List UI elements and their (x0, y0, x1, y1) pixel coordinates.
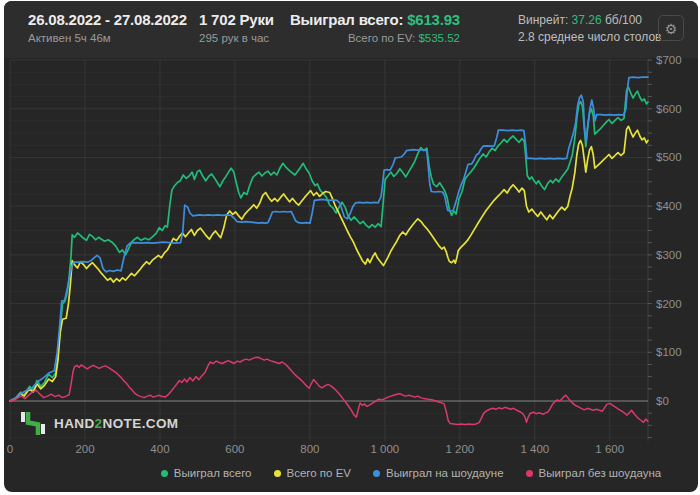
won-total-value: $613.93 (407, 11, 460, 28)
won-total-line: Выиграл всего: $613.93 (244, 11, 460, 28)
logo-part1: HAND (54, 416, 95, 431)
ev-value: $535.52 (418, 32, 460, 44)
hand2note-logo-icon (20, 409, 46, 437)
legend-item-1[interactable]: Всего по EV (274, 467, 352, 479)
graph-card: 26.08.2022 - 27.08.2022 Активен 5ч 46м 1… (4, 1, 698, 492)
session-header: 26.08.2022 - 27.08.2022 Активен 5ч 46м 1… (4, 1, 698, 58)
legend-label: Выиграл всего (174, 467, 252, 479)
settings-button[interactable]: ⚙ (658, 15, 684, 41)
legend-dot-icon (373, 470, 380, 477)
date-range-block: 26.08.2022 - 27.08.2022 Активен 5ч 46м (28, 11, 187, 44)
winrate-value: 37.26 (572, 13, 602, 27)
legend-label: Выиграл на шоудауне (386, 467, 504, 479)
legend-item-0[interactable]: Выиграл всего (161, 467, 252, 479)
legend-dot-icon (161, 470, 168, 477)
legend-label: Выиграл без шоудауна (539, 467, 662, 479)
hand2note-logo: HAND2NOTE.COM (20, 409, 178, 437)
legend-label: Всего по EV (287, 467, 352, 479)
date-range: 26.08.2022 - 27.08.2022 (28, 11, 187, 28)
winrate-line: Винрейт: 37.26 бб/100 (518, 13, 661, 27)
active-time: Активен 5ч 46м (28, 32, 187, 44)
hand2note-logo-text: HAND2NOTE.COM (54, 416, 178, 431)
legend-item-3[interactable]: Выиграл без шоудауна (526, 467, 662, 479)
won-total-label: Выиграл всего: (290, 11, 403, 28)
winnings-block: Выиграл всего: $613.93 Всего по EV: $535… (244, 11, 460, 44)
winrate-label: Винрейт: (518, 13, 568, 27)
legend-dot-icon (526, 470, 533, 477)
ev-label: Всего по EV: (348, 32, 415, 44)
gear-icon: ⚙ (665, 21, 678, 37)
winrate-block: Винрейт: 37.26 бб/100 2.8 среднее число … (518, 13, 661, 44)
winrate-unit: бб/100 (605, 13, 642, 27)
logo-part3: NOTE.COM (103, 416, 179, 431)
chart-legend: Выиграл всегоВсего по EVВыиграл на шоуда… (4, 467, 698, 479)
session-graph-window: 26.08.2022 - 27.08.2022 Активен 5ч 46м 1… (0, 0, 700, 495)
logo-part2: 2 (95, 416, 103, 431)
ev-line: Всего по EV: $535.52 (244, 32, 460, 44)
legend-item-2[interactable]: Выиграл на шоудауне (373, 467, 504, 479)
legend-dot-icon (274, 470, 281, 477)
avg-tables: 2.8 среднее число столов (518, 30, 661, 44)
